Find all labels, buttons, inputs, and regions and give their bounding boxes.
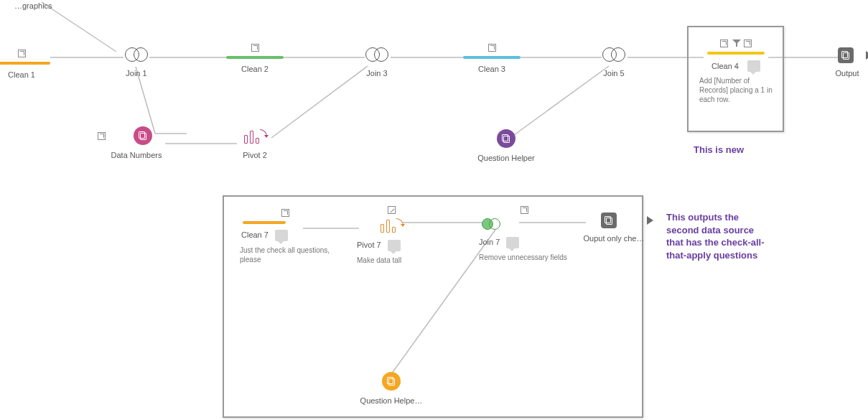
question-helper-2-label: Question Helpe…	[345, 396, 438, 405]
node-question-helper[interactable]: Question Helper	[467, 129, 546, 162]
op-out-icon	[98, 132, 106, 140]
clean2-label: Clean 2	[215, 65, 294, 73]
join-icon	[601, 47, 627, 63]
play-icon[interactable]	[647, 216, 653, 225]
node-join5[interactable]: Join 5	[574, 47, 653, 78]
clean7-label: Clean 7	[241, 230, 269, 239]
pivot7-label: Pivot 7	[357, 241, 381, 249]
filter-icon	[732, 39, 740, 47]
join-icon	[123, 47, 149, 63]
partial-node-label: …graphics	[14, 1, 72, 10]
node-data-numbers[interactable]: Data Numbers	[97, 126, 176, 159]
op-out-icon	[18, 50, 26, 57]
pivot7-desc: Make data tall	[348, 256, 434, 265]
join-icon	[364, 47, 390, 63]
clean4-label: Clean 4	[711, 62, 739, 70]
node-clean2[interactable]: Clean 2	[215, 43, 294, 73]
output-label: Output	[822, 69, 868, 78]
join7-label: Join 7	[479, 238, 500, 246]
clean-bar-icon	[707, 52, 765, 55]
node-clean1[interactable]: Clean 1	[0, 49, 50, 79]
clean-bar-icon	[243, 221, 286, 224]
clean-bar-icon	[463, 56, 521, 59]
op-out-icon	[720, 39, 728, 47]
node-question-helper-2[interactable]: Question Helpe…	[345, 372, 438, 405]
edit-icon	[388, 206, 396, 214]
node-clean4[interactable]: Clean 4 Add [Number of Records] placing …	[696, 39, 775, 104]
data-numbers-label: Data Numbers	[97, 151, 176, 159]
output-only-label: Ouput only che…	[574, 234, 653, 243]
note-icon[interactable]	[506, 237, 519, 248]
join1-label: Join 1	[97, 69, 176, 78]
node-pivot2[interactable]: Pivot 2	[215, 129, 294, 159]
note-icon[interactable]	[747, 60, 760, 72]
clean4-desc: Add [Number of Records] placing a 1 in e…	[696, 76, 775, 104]
data-source-icon	[382, 372, 401, 391]
annotation-second-output: This outputs the second data source that…	[666, 211, 767, 261]
annotation-new: This is new	[694, 144, 744, 157]
clean1-label: Clean 1	[0, 70, 50, 79]
clean7-desc: Just the check all questions, please	[237, 246, 334, 264]
join-icon	[480, 218, 502, 231]
join7-desc: Remove unnecessary fields	[470, 253, 578, 262]
note-icon[interactable]	[275, 230, 288, 241]
op-out-icon	[281, 209, 289, 217]
output-box-icon	[838, 47, 854, 63]
node-join7[interactable]: Join 7 Remove unnecessary fields	[470, 205, 578, 262]
clean3-label: Clean 3	[452, 65, 531, 73]
clean-bar-icon	[0, 62, 50, 65]
join5-label: Join 5	[574, 69, 653, 78]
op-out-icon	[251, 44, 259, 52]
node-pivot7[interactable]: Pivot 7 Make data tall	[348, 205, 434, 265]
node-clean3[interactable]: Clean 3	[452, 43, 531, 73]
op-out-icon	[488, 44, 496, 52]
join3-label: Join 3	[337, 69, 416, 78]
node-output-only[interactable]: Ouput only che…	[574, 213, 653, 243]
note-icon[interactable]	[388, 240, 401, 251]
output-box-icon	[601, 213, 617, 228]
pivot-icon	[379, 218, 403, 234]
data-source-icon	[134, 126, 152, 145]
clean-bar-icon	[226, 56, 284, 59]
data-source-icon	[497, 129, 515, 148]
pivot2-label: Pivot 2	[215, 151, 294, 159]
pivot-icon	[243, 129, 267, 145]
node-join3[interactable]: Join 3	[337, 47, 416, 78]
op-out-icon	[521, 206, 528, 214]
op-out-icon	[744, 39, 752, 47]
node-clean7[interactable]: Clean 7 Just the check all questions, pl…	[237, 208, 334, 264]
node-output[interactable]: Output	[829, 47, 868, 78]
node-join1[interactable]: Join 1	[97, 47, 176, 78]
question-helper-label: Question Helper	[467, 154, 546, 162]
